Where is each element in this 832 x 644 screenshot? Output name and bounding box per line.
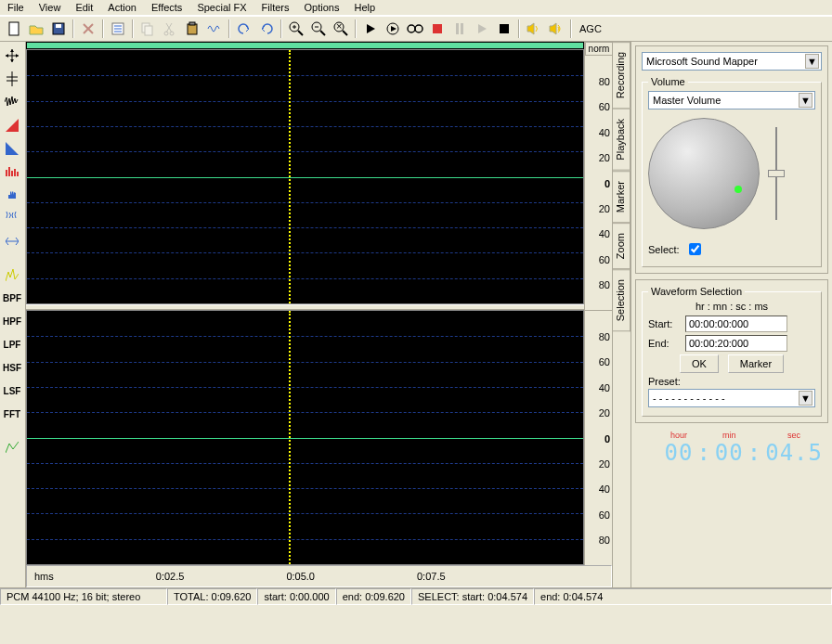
agc-label[interactable]: AGC [576, 23, 605, 34]
undo-button[interactable] [234, 19, 254, 39]
svg-line-22 [320, 31, 325, 35]
record-button[interactable] [427, 19, 448, 39]
paste-button[interactable] [182, 19, 202, 39]
tool-hand-icon[interactable] [2, 185, 22, 205]
scale-tick: 20 [599, 203, 610, 214]
sound-device-select[interactable]: Microsoft Sound Mapper ▼ [642, 52, 822, 71]
svg-marker-42 [10, 59, 14, 62]
end-input[interactable] [685, 335, 787, 352]
svg-point-31 [415, 25, 422, 32]
tool-peak-icon[interactable] [2, 264, 22, 285]
start-input[interactable] [685, 316, 787, 332]
redo-button[interactable] [256, 19, 277, 39]
time-format-hint: hr : mn : sc : ms [648, 301, 815, 312]
copy-button[interactable] [137, 19, 158, 39]
tool-noise-icon[interactable] [2, 92, 22, 112]
svg-text:×: × [336, 21, 342, 32]
play-button[interactable] [360, 19, 381, 39]
tool-echo-icon[interactable] [2, 208, 22, 228]
svg-rect-36 [500, 24, 509, 33]
svg-marker-37 [527, 23, 534, 34]
clock-sec-label: sec [765, 431, 823, 440]
waveform-selection-label: Waveform Selection [648, 286, 745, 297]
playhead[interactable] [289, 50, 291, 303]
time-tick: 0:02.5 [156, 571, 185, 582]
tool-hsf[interactable]: HSF [2, 357, 22, 378]
tool-fade-in-icon[interactable] [2, 115, 22, 135]
new-button[interactable] [4, 19, 24, 39]
properties-button[interactable] [108, 19, 128, 39]
tool-spectrum-icon[interactable] [2, 161, 22, 182]
tab-selection[interactable]: Selection [613, 269, 630, 331]
zoom-fit-button[interactable]: × [331, 19, 351, 39]
scale-tick: 60 [599, 254, 610, 265]
menu-filters[interactable]: Filters [262, 2, 290, 13]
tool-hpf[interactable]: HPF [2, 311, 22, 331]
svg-marker-27 [367, 24, 375, 33]
svg-rect-53 [14, 169, 16, 176]
status-select-end: end: 0:04.574 [534, 588, 832, 605]
tool-fade-out-icon[interactable] [2, 138, 22, 159]
marker-button[interactable]: Marker [728, 354, 784, 373]
menu-view[interactable]: View [39, 2, 61, 13]
tool-bpf[interactable]: BPF [2, 288, 22, 308]
scale-tick: 20 [599, 152, 610, 163]
svg-rect-15 [188, 24, 197, 34]
preset-select[interactable]: - - - - - - - - - - - - ▼ [648, 389, 815, 407]
svg-marker-38 [550, 23, 556, 34]
menu-help[interactable]: Help [354, 2, 375, 13]
cut-button[interactable] [160, 19, 180, 39]
zoom-in-button[interactable] [286, 19, 306, 39]
zoom-out-button[interactable] [308, 19, 329, 39]
play-selection-button[interactable] [472, 19, 492, 39]
tool-lpf[interactable]: LPF [2, 334, 22, 354]
tab-playback[interactable]: Playback [613, 109, 630, 171]
scale-tick: 80 [599, 279, 610, 290]
svg-rect-32 [433, 24, 442, 33]
save-button[interactable] [48, 19, 69, 39]
menu-action[interactable]: Action [108, 2, 136, 13]
menu-specialfx[interactable]: Special FX [197, 2, 246, 13]
tool-marker-icon[interactable] [2, 69, 22, 89]
tool-envelope-icon[interactable] [2, 437, 22, 457]
chevron-down-icon: ▼ [805, 54, 819, 69]
delete-button[interactable] [78, 19, 98, 39]
pan-knob[interactable] [648, 118, 760, 229]
sound-device-value: Microsoft Sound Mapper [646, 56, 758, 67]
volume-slider[interactable] [767, 113, 786, 234]
menu-effects[interactable]: Effects [151, 2, 182, 13]
speaker-left-icon[interactable] [524, 19, 544, 39]
pause-button[interactable] [449, 19, 470, 39]
scale-norm-label: norm [585, 42, 613, 56]
tab-zoom[interactable]: Zoom [613, 223, 630, 269]
mix-paste-button[interactable] [204, 19, 225, 39]
tab-recording[interactable]: Recording [613, 42, 630, 109]
waveform-bottom[interactable] [26, 310, 584, 565]
svg-marker-44 [16, 54, 19, 58]
volume-channel-select[interactable]: Master Volume ▼ [648, 91, 815, 109]
tool-flip-icon[interactable] [2, 231, 22, 251]
scale-tick: 80 [599, 535, 610, 546]
play-loop-button[interactable] [383, 19, 403, 39]
waveform-top[interactable] [26, 49, 584, 304]
time-axis-label: hms [34, 571, 54, 582]
chevron-down-icon: ▼ [799, 391, 812, 406]
menu-options[interactable]: Options [305, 2, 340, 13]
speaker-right-icon[interactable] [546, 19, 566, 39]
open-button[interactable] [26, 19, 46, 39]
stop-button[interactable] [494, 19, 514, 39]
ok-button[interactable]: OK [680, 354, 719, 373]
preset-value: - - - - - - - - - - - - [653, 393, 725, 404]
tool-lsf[interactable]: LSF [2, 380, 22, 401]
loop-button[interactable] [405, 19, 425, 39]
svg-point-30 [408, 25, 415, 32]
tab-marker[interactable]: Marker [613, 171, 630, 223]
scale-tick: 20 [599, 407, 610, 419]
tool-move-icon[interactable] [2, 45, 22, 66]
tool-fft[interactable]: FFT [2, 404, 22, 424]
svg-marker-48 [6, 119, 19, 132]
select-checkbox[interactable] [689, 243, 701, 255]
timeline-strip[interactable] [26, 42, 584, 49]
menu-file[interactable]: File [7, 2, 24, 13]
menu-edit[interactable]: Edit [75, 2, 93, 13]
